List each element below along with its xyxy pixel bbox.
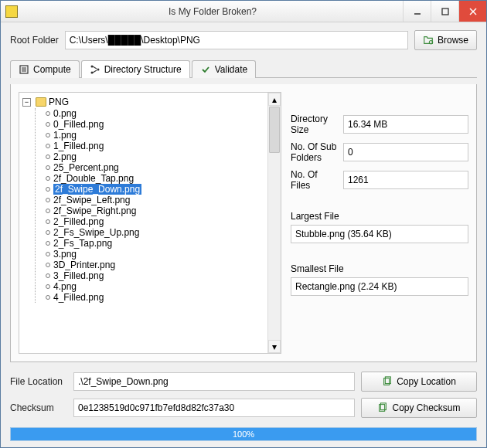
tree-file-item[interactable]: 2f_Swipe_Down.png [46, 184, 266, 195]
dir-size-row: Directory Size [291, 114, 468, 135]
svg-point-11 [97, 69, 99, 71]
directory-panel: −PNG0.png0_Filled.png1.png1_Filled.png2.… [10, 84, 477, 362]
tree-file-label: 3D_Printer.png [53, 260, 115, 270]
info-sidebar: Directory Size No. Of Sub Folders No. Of… [291, 92, 468, 354]
scroll-down-arrow[interactable]: ▾ [268, 340, 281, 353]
subfolders-value[interactable] [343, 143, 468, 161]
compute-icon [19, 64, 29, 75]
tree-file-label: 3.png [53, 249, 77, 260]
bullet-icon [46, 111, 50, 116]
expand-toggle-icon[interactable]: − [22, 98, 31, 107]
file-location-row: File Location Copy Location [10, 372, 477, 392]
bullet-icon [46, 284, 50, 289]
subfolders-row: No. Of Sub Folders [291, 141, 468, 163]
app-window: Is My Folder Broken? Root Folder Browse … [0, 0, 487, 448]
bullet-icon [46, 122, 50, 127]
maximize-button[interactable] [431, 1, 458, 22]
root-folder-row: Root Folder Browse [10, 30, 477, 50]
tree-file-label: 1_Filled.png [53, 141, 104, 151]
svg-rect-1 [442, 8, 448, 15]
tree-file-item[interactable]: 1.png [46, 130, 266, 141]
tree-file-item[interactable]: 3D_Printer.png [46, 260, 266, 270]
tree-file-item[interactable]: 0.png [46, 108, 266, 119]
tree-file-label: 0_Filled.png [53, 119, 104, 130]
checksum-row: Checksum Copy Checksum [10, 398, 477, 418]
tree-file-label: 0.png [53, 108, 77, 119]
bullet-icon [46, 295, 50, 300]
largest-file-value[interactable] [291, 225, 468, 243]
tree-file-item[interactable]: 4.png [46, 281, 266, 292]
copy-location-label: Copy Location [397, 376, 456, 387]
tree-file-item[interactable]: 0_Filled.png [46, 119, 266, 130]
tab-bar: Compute Directory Structure Validate [10, 59, 477, 78]
tree-file-label: 1.png [53, 130, 77, 141]
bullet-icon [46, 165, 50, 170]
tree-root-node[interactable]: −PNG [21, 96, 266, 108]
file-location-input[interactable] [73, 372, 355, 391]
tree-icon [90, 64, 100, 75]
window-controls [403, 1, 486, 22]
tree-file-item[interactable]: 2_Fs_Tap.png [46, 238, 266, 249]
smallest-file-block: Smallest File [291, 263, 468, 296]
content-area: Root Folder Browse Compute Directory Str… [1, 22, 486, 447]
browse-button-label: Browse [438, 35, 468, 46]
footer-area: File Location Copy Location Checksum Cop… [10, 372, 477, 441]
tree-file-label: 4_Filled.png [53, 292, 104, 303]
tab-compute[interactable]: Compute [10, 60, 80, 78]
checksum-label: Checksum [10, 402, 67, 413]
titlebar: Is My Folder Broken? [1, 1, 486, 22]
tree-file-label: 2_Fs_Swipe_Up.png [53, 227, 139, 238]
window-title: Is My Folder Broken? [22, 6, 403, 17]
tree-file-label: 2.png [53, 151, 77, 162]
bullet-icon [46, 273, 50, 278]
tree-file-label: 2f_Swipe_Right.png [53, 205, 136, 216]
bullet-icon [46, 219, 50, 224]
tree-file-item[interactable]: 2f_Swipe_Left.png [46, 195, 266, 205]
folder-icon [36, 97, 46, 107]
tree-root-label: PNG [49, 97, 69, 107]
largest-file-label: Largest File [291, 211, 468, 222]
tree-file-label: 3_Filled.png [53, 270, 104, 281]
tab-directory-structure[interactable]: Directory Structure [81, 60, 190, 78]
root-folder-label: Root Folder [10, 35, 59, 46]
bullet-icon [46, 230, 50, 235]
tree-file-label: 2f_Double_Tap.png [53, 173, 134, 184]
files-value[interactable] [343, 171, 468, 189]
app-icon [5, 5, 18, 18]
bullet-icon [46, 187, 50, 192]
tree-file-label: 2f_Swipe_Down.png [53, 184, 141, 195]
bullet-icon [46, 263, 50, 267]
tree-scrollbar[interactable]: ▴ ▾ [267, 93, 281, 353]
dir-size-value[interactable] [343, 115, 468, 134]
close-button[interactable] [458, 1, 486, 22]
tree-file-label: 4.png [53, 281, 77, 292]
root-folder-input[interactable] [65, 31, 408, 49]
tree-file-item[interactable]: 2_Filled.png [46, 216, 266, 227]
tree-file-item[interactable]: 4_Filled.png [46, 292, 266, 303]
copy-location-button[interactable]: Copy Location [361, 372, 477, 392]
bullet-icon [46, 176, 50, 181]
bullet-icon [46, 241, 50, 246]
scroll-thumb[interactable] [269, 107, 280, 153]
bullet-icon [46, 133, 50, 137]
scroll-up-arrow[interactable]: ▴ [268, 93, 281, 106]
tree-file-item[interactable]: 2_Fs_Swipe_Up.png [46, 227, 266, 238]
copy-checksum-button[interactable]: Copy Checksum [361, 398, 477, 418]
minimize-button[interactable] [403, 1, 431, 22]
tree-file-item[interactable]: 2f_Double_Tap.png [46, 173, 266, 184]
tree-file-item[interactable]: 1_Filled.png [46, 141, 266, 151]
tree-file-label: 2_Filled.png [53, 216, 104, 227]
tree-file-item[interactable]: 3_Filled.png [46, 270, 266, 281]
browse-button[interactable]: Browse [414, 30, 477, 50]
tree-file-item[interactable]: 25_Percent.png [46, 162, 266, 173]
copy-icon [382, 376, 393, 387]
file-tree[interactable]: −PNG0.png0_Filled.png1.png1_Filled.png2.… [19, 93, 267, 353]
tree-file-item[interactable]: 3.png [46, 249, 266, 260]
tree-file-item[interactable]: 2f_Swipe_Right.png [46, 205, 266, 216]
progress-text: 100% [11, 428, 476, 440]
tree-file-item[interactable]: 2.png [46, 151, 266, 162]
smallest-file-value[interactable] [291, 277, 468, 296]
files-row: No. Of Files [291, 169, 468, 191]
checksum-input[interactable] [73, 399, 355, 417]
tab-validate[interactable]: Validate [192, 60, 256, 78]
